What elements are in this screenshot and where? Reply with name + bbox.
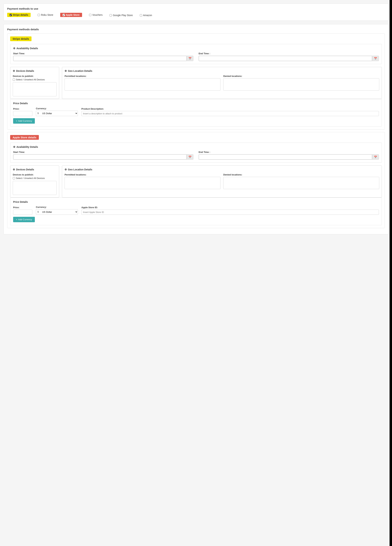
- apple-permitted-col: Permitted locations:: [64, 173, 220, 190]
- apple-add-currency-btn[interactable]: + Add Currency: [13, 217, 35, 222]
- apple-end-time-input-wrapper: 📅: [199, 154, 379, 160]
- vouchers-checkbox[interactable]: [89, 14, 91, 16]
- apple-devices-geo-row: ⚙ Devices Details Devices to publish: Se…: [10, 165, 382, 197]
- stripe-start-time-input[interactable]: [13, 56, 186, 61]
- stripe-details-card: Stripe details ⚙ Availability Details St…: [7, 33, 385, 130]
- apple-currency-label: Currency:: [36, 206, 78, 208]
- apple-geo-title: ⚙ Geo Location Details: [64, 168, 379, 171]
- stripe-desc-input[interactable]: [81, 111, 379, 116]
- gear-icon-apple-devices: ⚙: [13, 168, 15, 171]
- stripe-price-label: Price:: [13, 108, 32, 110]
- apple-id-input[interactable]: [81, 210, 379, 215]
- apple-availability-section: ⚙ Availability Details Start Time: 📅 End…: [10, 143, 382, 163]
- stripe-availability-section: ⚙ Availability Details Start Time: 📅 End…: [10, 44, 382, 64]
- scrollbar[interactable]: [390, 0, 392, 241]
- google-checkbox[interactable]: [109, 14, 112, 16]
- apple-currency-prefix: $: [36, 209, 40, 215]
- stripe-end-time-input[interactable]: [199, 56, 372, 61]
- stripe-permitted-col: Permitted locations:: [64, 75, 220, 91]
- stripe-end-time-calendar-btn[interactable]: 📅: [372, 56, 379, 61]
- stripe-checkbox-label[interactable]: Stripe details: [7, 13, 31, 17]
- apple-end-time-calendar-btn[interactable]: 📅: [372, 155, 379, 160]
- apple-start-time-label: Start Time:: [13, 151, 193, 153]
- gear-icon-stripe-avail: ⚙: [13, 47, 15, 50]
- stripe-price-details: Price Details Price: 0.00 Currency: $ US…: [10, 99, 382, 127]
- vouchers-checkbox-label[interactable]: Vouchers: [89, 13, 103, 16]
- apple-price-row: Price: 0.00 Currency: $ US Dollar Euro B…: [13, 206, 379, 215]
- apple-denied-label: Denied locations:: [223, 173, 379, 176]
- stripe-select-all-checkbox[interactable]: [13, 78, 15, 81]
- stripe-availability-title: ⚙ Availability Details: [13, 47, 379, 50]
- apple-denied-col: Denied locations:: [223, 173, 379, 190]
- apple-geo-box: ⚙ Geo Location Details Permitted locatio…: [62, 165, 382, 197]
- gear-icon-stripe-devices: ⚙: [13, 70, 15, 72]
- amazon-checkbox-label[interactable]: Amazon: [140, 14, 152, 17]
- apple-checkbox-label[interactable]: Apple Store: [60, 13, 82, 17]
- stripe-select-all-label: Select / Unselect All Devices: [16, 78, 45, 81]
- apple-start-time-input[interactable]: [13, 155, 186, 160]
- stripe-checkbox[interactable]: [10, 14, 12, 16]
- gear-icon-apple-geo: ⚙: [64, 168, 67, 171]
- stripe-add-currency-label: Add Currency: [18, 120, 32, 122]
- stripe-currency-prefix: $: [36, 111, 40, 116]
- apple-geo-row: Permitted locations: Denied locations:: [64, 173, 379, 190]
- stripe-devices-box: ⚙ Devices Details Devices to publish: Se…: [10, 67, 59, 99]
- apple-permitted-textarea[interactable]: [64, 177, 220, 189]
- apple-select-all-checkbox[interactable]: [13, 177, 15, 179]
- stripe-desc-label: Product Description:: [81, 108, 379, 110]
- roku-checkbox-label[interactable]: Roku Store: [38, 13, 53, 16]
- stripe-geo-title: ⚙ Geo Location Details: [64, 70, 379, 72]
- roku-checkbox[interactable]: [38, 14, 40, 16]
- apple-checkbox[interactable]: [63, 14, 65, 16]
- stripe-start-time-calendar-btn[interactable]: 📅: [186, 56, 193, 61]
- apple-start-time-calendar-btn[interactable]: 📅: [186, 155, 193, 160]
- stripe-price-row: Price: 0.00 Currency: $ US Dollar Euro B…: [13, 107, 379, 116]
- apple-permitted-label: Permitted locations:: [64, 173, 220, 176]
- stripe-permitted-textarea[interactable]: [64, 78, 220, 91]
- payment-details-title: Payment methods details: [7, 28, 385, 31]
- gear-icon-stripe-geo: ⚙: [64, 70, 67, 72]
- apple-id-col: Apple Store ID:: [81, 206, 379, 215]
- apple-devices-box: ⚙ Devices Details Devices to publish: Se…: [10, 165, 59, 197]
- stripe-start-time-input-wrapper: 📅: [13, 56, 193, 61]
- apple-select-all-wrapper: Select / Unselect All Devices: [13, 177, 57, 180]
- stripe-price-col: Price: 0.00: [13, 108, 32, 116]
- stripe-denied-textarea[interactable]: [223, 78, 379, 91]
- stripe-availability-row: Start Time: 📅 End Time : 📅: [13, 52, 379, 61]
- stripe-price-input[interactable]: 0.00: [13, 111, 32, 116]
- stripe-geo-box: ⚙ Geo Location Details Permitted locatio…: [62, 67, 382, 99]
- apple-end-time-label: End Time :: [199, 151, 379, 153]
- apple-end-time-input[interactable]: [199, 155, 372, 160]
- amazon-checkbox[interactable]: [140, 14, 142, 16]
- apple-start-time-col: Start Time: 📅: [13, 151, 193, 160]
- payment-methods-title: Payment methods to use: [7, 7, 385, 10]
- apple-devices-label: Devices to publish:: [13, 173, 57, 176]
- stripe-currency-select[interactable]: US Dollar Euro British Pound: [40, 111, 78, 116]
- plus-icon-stripe: +: [16, 120, 17, 122]
- payment-details-section: Payment methods details Stripe details ⚙…: [4, 24, 388, 234]
- apple-currency-select[interactable]: US Dollar Euro British Pound: [40, 209, 78, 215]
- apple-start-time-input-wrapper: 📅: [13, 154, 193, 160]
- stripe-select-all-wrapper: Select / Unselect All Devices: [13, 78, 57, 81]
- apple-id-label: Apple Store ID:: [81, 206, 379, 209]
- stripe-currency-col: Currency: $ US Dollar Euro British Pound: [36, 107, 78, 116]
- plus-icon-apple: +: [16, 218, 17, 221]
- stripe-devices-geo-row: ⚙ Devices Details Devices to publish: Se…: [10, 67, 382, 99]
- stripe-add-currency-btn[interactable]: + Add Currency: [13, 118, 35, 124]
- stripe-start-time-label: Start Time:: [13, 52, 193, 55]
- apple-denied-textarea[interactable]: [223, 177, 379, 189]
- apple-price-title: Price Details: [13, 201, 379, 203]
- apple-devices-list: [13, 181, 57, 195]
- apple-currency-wrapper: $ US Dollar Euro British Pound: [36, 209, 78, 215]
- stripe-denied-label: Denied locations:: [223, 75, 379, 78]
- google-checkbox-label[interactable]: Google Play Store: [109, 14, 133, 17]
- apple-select-all-label: Select / Unselect All Devices: [16, 177, 45, 180]
- apple-price-label: Price:: [13, 206, 32, 209]
- stripe-permitted-label: Permitted locations:: [64, 75, 220, 78]
- stripe-end-time-col: End Time : 📅: [199, 52, 379, 61]
- stripe-devices-list: [13, 82, 57, 96]
- apple-currency-col: Currency: $ US Dollar Euro British Pound: [36, 206, 78, 215]
- stripe-details-badge: Stripe details: [10, 36, 32, 41]
- apple-price-input[interactable]: 0.00: [13, 210, 32, 215]
- apple-add-currency-label: Add Currency: [18, 218, 32, 221]
